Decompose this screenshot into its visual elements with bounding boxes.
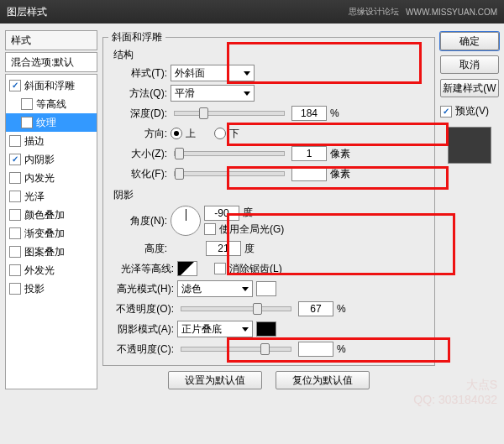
size-slider[interactable] <box>174 151 285 156</box>
soften-input[interactable] <box>291 166 327 181</box>
shadow-color-swatch[interactable] <box>256 321 276 337</box>
highlight-opacity-slider[interactable] <box>181 306 291 311</box>
style-item-5[interactable]: 内发光 <box>6 169 97 187</box>
titlebar: 图层样式 思缘设计论坛 WWW.MISSYUAN.COM <box>0 0 504 24</box>
style-label: 图案叠加 <box>24 245 65 259</box>
direction-down-label: 下 <box>229 127 239 141</box>
style-label: 样式(T): <box>108 66 167 81</box>
preview-checkbox[interactable] <box>440 106 452 118</box>
style-label: 纹理 <box>36 116 56 130</box>
antialias-checkbox[interactable] <box>214 263 226 274</box>
style-item-3[interactable]: 描边 <box>6 132 97 150</box>
direction-up-radio[interactable] <box>171 128 182 139</box>
size-label: 大小(Z): <box>108 147 167 161</box>
style-label: 内阴影 <box>24 153 55 167</box>
chevron-down-icon <box>242 287 249 291</box>
chevron-down-icon <box>244 91 250 96</box>
new-style-button[interactable]: 新建样式(W <box>440 79 499 97</box>
style-checkbox[interactable] <box>21 98 33 110</box>
angle-unit: 度 <box>243 206 253 220</box>
highlight-opacity-label: 不透明度(O): <box>108 302 174 316</box>
style-checkbox[interactable] <box>9 135 21 147</box>
style-checkbox[interactable] <box>9 246 21 258</box>
cancel-button[interactable]: 取消 <box>440 55 499 74</box>
style-label: 光泽 <box>24 190 45 204</box>
sidebar-header: 样式 <box>5 30 97 50</box>
right-column: 确定 取消 新建样式(W 预览(V) <box>440 30 499 389</box>
highlight-mode-select[interactable]: 滤色 <box>177 280 253 297</box>
forum-name: 思缘设计论坛 <box>349 6 399 18</box>
blending-options[interactable]: 混合选项:默认 <box>5 52 97 72</box>
preview-label: 预览(V) <box>455 104 489 118</box>
angle-wheel[interactable] <box>171 206 201 236</box>
style-item-8[interactable]: 渐变叠加 <box>6 224 97 243</box>
technique-label: 方法(Q): <box>108 86 167 101</box>
style-checkbox[interactable] <box>9 283 21 295</box>
window-title: 图层样式 <box>7 5 47 19</box>
technique-value: 平滑 <box>175 86 195 101</box>
depth-slider[interactable] <box>174 111 285 116</box>
shadow-opacity-input[interactable] <box>298 342 333 357</box>
style-item-10[interactable]: 外发光 <box>6 261 97 279</box>
direction-label: 方向: <box>108 127 167 141</box>
shadow-mode-select[interactable]: 正片叠底 <box>177 321 253 337</box>
soften-label: 软化(F): <box>108 167 167 181</box>
highlight-opacity-unit: % <box>337 303 359 315</box>
sidebar: 样式 混合选项:默认 斜面和浮雕等高线纹理描边内阴影内发光光泽颜色叠加渐变叠加图… <box>5 30 97 389</box>
technique-select[interactable]: 平滑 <box>171 85 255 102</box>
gloss-contour-label: 光泽等高线: <box>108 262 174 276</box>
antialias-label: 消除锯齿(L) <box>229 262 282 276</box>
forum-url: WWW.MISSYUAN.COM <box>406 8 497 17</box>
style-item-2[interactable]: 纹理 <box>6 113 97 132</box>
style-checkbox[interactable] <box>9 80 21 91</box>
style-item-4[interactable]: 内阴影 <box>6 150 97 169</box>
global-light-label: 使用全局光(G) <box>219 222 284 237</box>
size-unit: 像素 <box>330 147 352 161</box>
depth-input[interactable]: 184 <box>291 106 327 121</box>
soften-unit: 像素 <box>330 167 352 181</box>
style-checkbox[interactable] <box>9 172 21 184</box>
make-default-button[interactable]: 设置为默认值 <box>168 371 262 389</box>
style-item-11[interactable]: 投影 <box>6 279 97 298</box>
reset-default-button[interactable]: 复位为默认值 <box>276 371 370 389</box>
shadow-opacity-label: 不透明度(C): <box>108 342 174 357</box>
style-item-1[interactable]: 等高线 <box>6 95 97 113</box>
direction-up-label: 上 <box>186 127 196 141</box>
shadow-opacity-slider[interactable] <box>181 347 291 352</box>
main-panel: 斜面和浮雕 结构 样式(T): 外斜面 方法(Q): 平滑 <box>102 30 435 389</box>
style-item-0[interactable]: 斜面和浮雕 <box>6 76 97 95</box>
style-item-6[interactable]: 光泽 <box>6 187 97 206</box>
style-checkbox[interactable] <box>21 117 33 128</box>
direction-down-radio[interactable] <box>214 128 226 139</box>
highlight-mode-label: 高光模式(H): <box>108 282 174 296</box>
angle-label: 角度(N): <box>108 214 167 228</box>
style-label: 内发光 <box>24 171 55 185</box>
style-label: 斜面和浮雕 <box>24 79 75 93</box>
highlight-color-swatch[interactable] <box>256 281 276 296</box>
style-checkbox[interactable] <box>9 191 21 202</box>
style-checkbox[interactable] <box>9 209 21 221</box>
style-checkbox[interactable] <box>9 227 21 239</box>
style-checkbox[interactable] <box>9 264 21 276</box>
depth-unit: % <box>330 107 352 119</box>
altitude-unit: 度 <box>244 242 266 256</box>
size-input[interactable]: 1 <box>291 146 327 161</box>
highlight-opacity-input[interactable]: 67 <box>298 301 333 316</box>
depth-label: 深度(D): <box>108 107 167 121</box>
global-light-checkbox[interactable] <box>204 223 216 235</box>
style-select[interactable]: 外斜面 <box>171 65 255 81</box>
shadow-mode-value: 正片叠底 <box>181 322 222 337</box>
group-title: 斜面和浮雕 <box>108 30 165 44</box>
style-label: 颜色叠加 <box>24 208 65 222</box>
altitude-input[interactable]: 21 <box>206 241 241 256</box>
style-item-9[interactable]: 图案叠加 <box>6 243 97 261</box>
soften-slider[interactable] <box>174 171 285 176</box>
style-label: 等高线 <box>36 97 66 112</box>
shadow-mode-label: 阴影模式(A): <box>108 322 174 337</box>
style-checkbox[interactable] <box>9 154 21 165</box>
angle-input[interactable]: -90 <box>204 206 239 221</box>
style-item-7[interactable]: 颜色叠加 <box>6 206 97 224</box>
gloss-contour-picker[interactable] <box>177 261 197 276</box>
ok-button[interactable]: 确定 <box>440 32 499 50</box>
style-label: 外发光 <box>24 264 55 278</box>
